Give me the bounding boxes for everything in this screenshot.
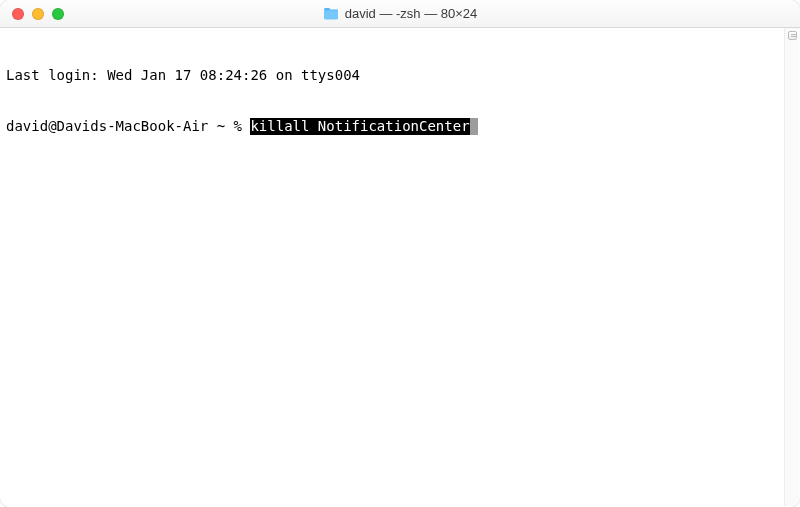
- terminal-viewport[interactable]: Last login: Wed Jan 17 08:24:26 on ttys0…: [0, 28, 800, 158]
- window-titlebar: david — -zsh — 80×24: [0, 0, 800, 28]
- close-button[interactable]: [12, 8, 24, 20]
- maximize-button[interactable]: [52, 8, 64, 20]
- cursor: [470, 118, 478, 135]
- scrollbar-thumb[interactable]: [788, 31, 797, 40]
- minimize-button[interactable]: [32, 8, 44, 20]
- scrollbar-track[interactable]: [784, 28, 799, 506]
- shell-prompt: david@Davids-MacBook-Air ~ %: [6, 118, 250, 135]
- folder-icon: [323, 7, 339, 20]
- window-title: david — -zsh — 80×24: [323, 6, 478, 21]
- prompt-line: david@Davids-MacBook-Air ~ % killall Not…: [6, 118, 794, 135]
- command-text[interactable]: killall NotificationCenter: [250, 118, 469, 135]
- window-title-text: david — -zsh — 80×24: [345, 6, 478, 21]
- traffic-lights: [12, 8, 64, 20]
- last-login-line: Last login: Wed Jan 17 08:24:26 on ttys0…: [6, 67, 794, 84]
